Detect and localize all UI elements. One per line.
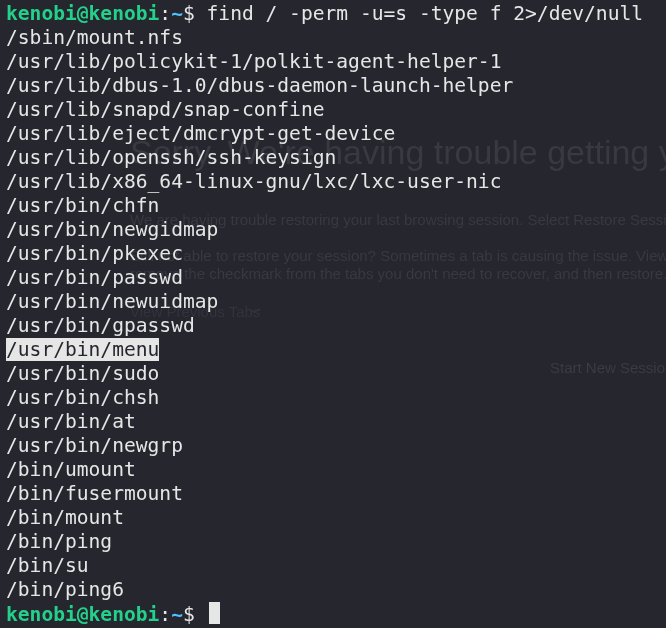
- prompt-at: @: [77, 2, 89, 25]
- cursor-block-icon: [209, 602, 220, 624]
- prompt-dollar: $: [183, 2, 207, 25]
- prompt-host: kenobi: [89, 2, 160, 25]
- prompt-user: kenobi: [6, 603, 77, 626]
- output-block-2: /usr/bin/sudo /usr/bin/chsh /usr/bin/at …: [6, 362, 183, 601]
- prompt-dollar: $: [183, 603, 207, 626]
- output-highlighted-line: /usr/bin/menu: [6, 338, 159, 361]
- prompt-line-2: kenobi@kenobi:~$: [6, 603, 207, 626]
- prompt-colon: :: [159, 603, 171, 626]
- prompt-colon: :: [159, 2, 171, 25]
- prompt-line-1: kenobi@kenobi:~$ find / -perm -u=s -type…: [6, 2, 655, 25]
- terminal-window[interactable]: kenobi@kenobi:~$ find / -perm -u=s -type…: [0, 0, 666, 628]
- prompt-path: ~: [171, 603, 183, 626]
- prompt-host: kenobi: [89, 603, 160, 626]
- prompt-user: kenobi: [6, 2, 77, 25]
- prompt-at: @: [77, 603, 89, 626]
- output-block-1: /sbin/mount.nfs /usr/lib/policykit-1/pol…: [6, 26, 513, 337]
- command-text: find / -perm -u=s -type f 2>/dev/null: [207, 2, 655, 25]
- prompt-path: ~: [171, 2, 183, 25]
